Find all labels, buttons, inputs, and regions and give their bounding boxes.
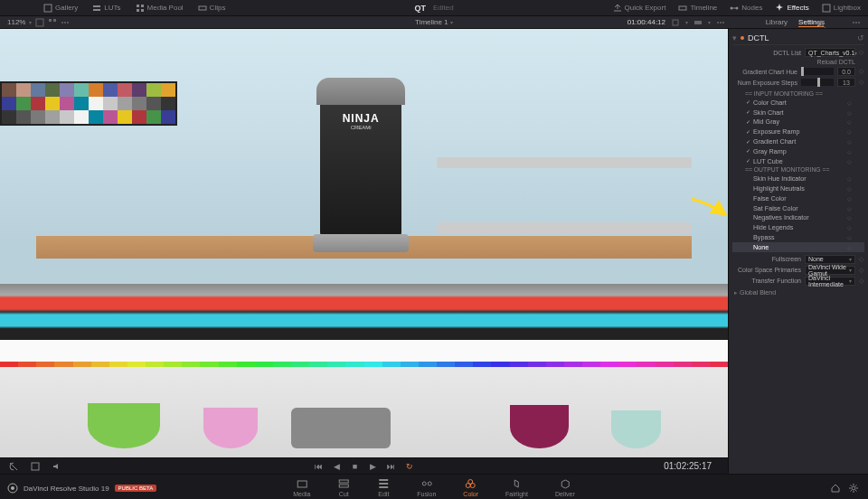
library-tab[interactable]: Library bbox=[766, 18, 788, 27]
keyframe-icon[interactable]: ◇ bbox=[847, 138, 852, 145]
monitor-item[interactable]: ✓Exposure Ramp◇ bbox=[732, 127, 864, 137]
dctl-list-dropdown[interactable]: QT_Charts_v0.1▾ bbox=[805, 48, 855, 57]
keyframe-icon[interactable]: ◇ bbox=[847, 118, 852, 125]
luts-tab[interactable]: LUTs bbox=[92, 4, 120, 13]
step-back-button[interactable]: ◀ bbox=[331, 461, 344, 472]
colorspace-dropdown[interactable]: DaVinci Wide Gamut▾ bbox=[805, 266, 855, 275]
nodes-tab[interactable]: Nodes bbox=[730, 4, 762, 13]
monitor-item[interactable]: None◇ bbox=[732, 242, 864, 252]
mediapool-tab[interactable]: Media Pool bbox=[136, 4, 184, 13]
chart-hue-value[interactable]: 0.0 bbox=[837, 67, 855, 76]
checkbox-icon[interactable] bbox=[745, 195, 750, 201]
more-icon[interactable] bbox=[716, 18, 725, 27]
monitor-item[interactable]: False Color◇ bbox=[732, 193, 864, 203]
transfer-function-dropdown[interactable]: DaVinci Intermediate▾ bbox=[805, 277, 855, 286]
page-edit[interactable]: Edit bbox=[372, 475, 395, 499]
checkbox-icon[interactable] bbox=[745, 205, 750, 211]
keyframe-icon[interactable]: ◇ bbox=[859, 68, 864, 75]
quickexport-button[interactable]: Quick Export bbox=[613, 4, 666, 13]
checkbox-icon[interactable]: ✓ bbox=[745, 139, 750, 145]
page-media[interactable]: Media bbox=[288, 475, 316, 499]
home-icon[interactable] bbox=[830, 483, 841, 494]
page-deliver[interactable]: Deliver bbox=[550, 475, 580, 499]
expand-icon[interactable] bbox=[35, 18, 44, 27]
exposure-slider[interactable] bbox=[801, 79, 834, 86]
fullscreen-dropdown[interactable]: None▾ bbox=[805, 255, 855, 264]
effect-title[interactable]: ▾DCTL ↺ bbox=[732, 32, 864, 45]
gear-icon[interactable] bbox=[848, 483, 859, 494]
checkbox-icon[interactable] bbox=[745, 176, 750, 182]
color-patch bbox=[16, 83, 31, 97]
highlight-icon[interactable] bbox=[29, 461, 42, 472]
keyframe-icon[interactable]: ◇ bbox=[847, 195, 852, 202]
keyframe-icon[interactable]: ◇ bbox=[847, 224, 852, 231]
checkbox-icon[interactable]: ✓ bbox=[745, 148, 750, 154]
audio-icon[interactable] bbox=[51, 461, 63, 472]
keyframe-icon[interactable]: ◇ bbox=[847, 148, 852, 155]
checkbox-icon[interactable] bbox=[745, 235, 750, 240]
monitor-item[interactable]: Skin Hue Indicator◇ bbox=[732, 174, 864, 184]
checkbox-icon[interactable] bbox=[745, 186, 750, 192]
viewer-mode-icon[interactable] bbox=[693, 18, 703, 27]
chart-hue-slider[interactable] bbox=[801, 68, 834, 75]
play-button[interactable]: ▶ bbox=[367, 461, 380, 472]
checkbox-icon[interactable]: ✓ bbox=[745, 99, 750, 105]
timeline-name[interactable]: Timeline 1 bbox=[415, 18, 448, 26]
page-fairlight[interactable]: Fairlight bbox=[500, 475, 533, 499]
keyframe-icon[interactable]: ◇ bbox=[847, 205, 852, 212]
keyframe-icon[interactable]: ◇ bbox=[847, 244, 852, 250]
clips-tab[interactable]: Clips bbox=[198, 4, 226, 13]
keyframe-icon[interactable]: ◇ bbox=[847, 109, 852, 116]
exposure-value[interactable]: 13 bbox=[837, 78, 855, 87]
monitor-item[interactable]: ✓Mid Gray◇ bbox=[732, 118, 864, 127]
zoom-level[interactable]: 112% bbox=[7, 18, 25, 26]
monitor-item[interactable]: Highlight Neutrals◇ bbox=[732, 184, 864, 193]
monitor-item[interactable]: ✓Gray Ramp◇ bbox=[732, 146, 864, 156]
prev-clip-button[interactable]: ⏮ bbox=[313, 461, 326, 472]
keyframe-icon[interactable]: ◇ bbox=[859, 79, 864, 86]
next-clip-button[interactable]: ⏭ bbox=[385, 461, 398, 472]
checkbox-icon[interactable]: ✓ bbox=[745, 119, 750, 125]
monitor-item[interactable]: Sat False Color◇ bbox=[732, 203, 864, 213]
timeline-tab[interactable]: Timeline bbox=[678, 4, 717, 13]
keyframe-icon[interactable]: ◇ bbox=[847, 128, 852, 135]
checkbox-icon[interactable]: ✓ bbox=[745, 158, 750, 164]
global-blend-section[interactable]: ▸ Global Blend bbox=[732, 287, 864, 299]
lightbox-tab[interactable]: Lightbox bbox=[822, 4, 861, 13]
bypass-grade-icon[interactable] bbox=[7, 461, 20, 472]
monitor-item[interactable]: Bypass◇ bbox=[732, 232, 864, 242]
checkbox-icon[interactable] bbox=[745, 225, 750, 231]
reload-dctl-button[interactable]: Reload DCTL bbox=[817, 59, 855, 65]
page-cut[interactable]: Cut bbox=[332, 475, 355, 499]
monitor-item[interactable]: ✓Skin Chart◇ bbox=[732, 108, 864, 118]
monitor-item[interactable]: ✓Color Chart◇ bbox=[732, 98, 864, 108]
page-fusion[interactable]: Fusion bbox=[411, 475, 441, 499]
gallery-tab[interactable]: Gallery bbox=[43, 4, 78, 13]
page-color[interactable]: Color bbox=[458, 475, 484, 499]
checkbox-icon[interactable] bbox=[745, 244, 750, 250]
checkbox-icon[interactable]: ✓ bbox=[745, 129, 750, 135]
stop-button[interactable]: ■ bbox=[349, 461, 362, 472]
checkbox-icon[interactable] bbox=[745, 215, 750, 221]
keyframe-icon[interactable]: ◇ bbox=[847, 158, 852, 165]
monitor-item[interactable]: ✓Gradient Chart◇ bbox=[732, 137, 864, 146]
reset-icon[interactable]: ↺ bbox=[857, 33, 864, 42]
render-cache-icon[interactable] bbox=[671, 18, 680, 27]
loop-button[interactable]: ↻ bbox=[403, 461, 416, 472]
viewer-image[interactable]: NINJA CREAMi bbox=[0, 29, 728, 457]
monitor-item[interactable]: Hide Legends◇ bbox=[732, 222, 864, 232]
keyframe-icon[interactable]: ◇ bbox=[847, 185, 852, 192]
monitor-item[interactable]: Negatives Indicator◇ bbox=[732, 213, 864, 223]
monitor-item[interactable]: ✓LUT Cube◇ bbox=[732, 156, 864, 166]
search-icon[interactable] bbox=[817, 20, 826, 29]
keyframe-icon[interactable]: ◇ bbox=[847, 234, 852, 240]
keyframe-icon[interactable]: ◇ bbox=[847, 214, 852, 221]
checkbox-icon[interactable]: ✓ bbox=[745, 109, 750, 115]
keyframe-icon[interactable]: ◇ bbox=[859, 49, 864, 56]
keyframe-icon[interactable]: ◇ bbox=[847, 99, 852, 106]
options-icon[interactable] bbox=[61, 18, 70, 27]
effects-tab[interactable]: Effects bbox=[775, 4, 808, 13]
keyframe-icon[interactable]: ◇ bbox=[847, 175, 852, 182]
grid-icon[interactable] bbox=[48, 18, 57, 27]
panel-more-icon[interactable] bbox=[852, 18, 861, 27]
